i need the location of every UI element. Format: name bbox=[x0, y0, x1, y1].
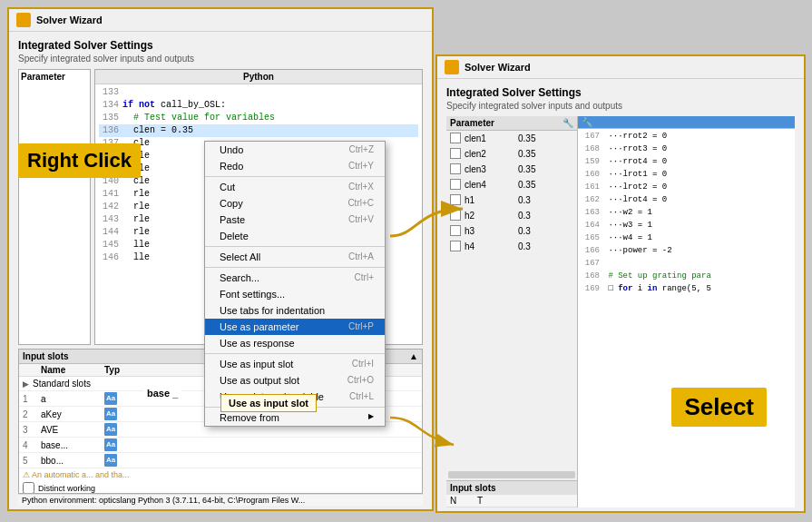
type-icon-aa3: Aa bbox=[104, 423, 117, 436]
r-code-161: 161 ···lrot2 = 0 bbox=[580, 181, 793, 193]
slot-row-4[interactable]: 4 base... Aa bbox=[19, 438, 422, 453]
r-code-160: 160 ···lrot1 = 0 bbox=[580, 168, 793, 181]
r-code-159: 159 ···rrot4 = 0 bbox=[580, 155, 793, 168]
right-parameter-panel: Parameter 🔧 clen1 0.35 clen2 0.35 bbox=[446, 116, 578, 507]
slot-row-5[interactable]: 5 bbo... Aa bbox=[19, 453, 422, 468]
right-param-list: clen1 0.35 clen2 0.35 clen3 0.35 bbox=[446, 131, 577, 471]
left-section-title: Integrated Solver Settings bbox=[18, 39, 423, 52]
type-icon-aa2: Aa bbox=[104, 408, 117, 420]
left-titlebar: Solver Wizard bbox=[9, 9, 432, 32]
right-window-title: Solver Wizard bbox=[465, 62, 531, 73]
ctx-use-as-input-slot[interactable]: Use as input slotCtrl+I bbox=[205, 356, 385, 372]
ctx-select-all[interactable]: Select AllCtrl+A bbox=[205, 249, 385, 265]
r-code-168: 168 ···rrot3 = 0 bbox=[580, 143, 793, 155]
right-code-header: 🔧 bbox=[578, 116, 795, 129]
ctx-delete[interactable]: Delete bbox=[205, 228, 385, 244]
param-clen4-checkbox[interactable] bbox=[450, 179, 461, 190]
right-solver-icon bbox=[445, 60, 459, 74]
ctx-sep2 bbox=[205, 246, 385, 247]
r-code-162: 162 ···lrot4 = 0 bbox=[580, 193, 793, 206]
param-h2[interactable]: h2 0.3 bbox=[446, 208, 577, 223]
warning-text: ⚠ An automatic a... and tha... bbox=[23, 470, 130, 479]
right-section-title: Integrated Solver Settings bbox=[446, 86, 795, 99]
context-menu[interactable]: UndoCtrl+Z RedoCtrl+Y CutCtrl+X CopyCtrl… bbox=[204, 141, 386, 427]
ctx-paste[interactable]: PasteCtrl+V bbox=[205, 212, 385, 228]
right-section-subtitle: Specify integrated solver inputs and out… bbox=[446, 101, 795, 111]
right-solver-wizard-window: Solver Wizard Integrated Solver Settings… bbox=[435, 54, 806, 513]
python-env-text: Python environment: opticslang Python 3 … bbox=[22, 496, 305, 505]
input-slots-expand-icon[interactable]: ▲ bbox=[409, 351, 418, 361]
param-h3[interactable]: h3 0.3 bbox=[446, 223, 577, 239]
right-input-slots-cols: N T bbox=[446, 495, 577, 507]
standard-slots-label: Standard slots bbox=[33, 379, 91, 389]
ctx-use-as-output-slot[interactable]: Use as output slotCtrl+O bbox=[205, 372, 385, 389]
solver-wizard-icon bbox=[16, 13, 31, 27]
param-clen1-checkbox[interactable] bbox=[450, 133, 461, 143]
ctx-use-tabs[interactable]: Use tabs for indentation bbox=[205, 302, 385, 319]
right-code-panel: 🔧 167 ···rrot2 = 0 168 ···rrot3 = 0 159 … bbox=[578, 116, 795, 507]
distinct-checkbox[interactable] bbox=[23, 482, 34, 494]
r-code-164: 164 ···w3 = 1 bbox=[580, 219, 793, 231]
ctx-redo[interactable]: RedoCtrl+Y bbox=[205, 158, 385, 174]
ctx-copy[interactable]: CopyCtrl+C bbox=[205, 195, 385, 212]
param-h3-checkbox[interactable] bbox=[450, 225, 461, 236]
r-code-163: 163 ···w2 = 1 bbox=[580, 206, 793, 219]
param-clen2-checkbox[interactable] bbox=[450, 148, 461, 159]
code-line-136: 136 clen = 0.35 bbox=[99, 124, 418, 137]
left-section-subtitle: Specify integrated solver inputs and out… bbox=[18, 54, 423, 64]
right-input-slots-header: Input slots bbox=[446, 480, 577, 495]
right-titlebar: Solver Wizard bbox=[437, 56, 804, 79]
python-env-row: Python environment: opticslang Python 3 … bbox=[18, 494, 423, 506]
param-h2-checkbox[interactable] bbox=[450, 210, 461, 221]
ctx-sep1 bbox=[205, 176, 385, 177]
ctx-copy-label: Copy bbox=[220, 198, 243, 209]
ctx-use-as-response[interactable]: Use as response bbox=[205, 335, 385, 351]
r-code-167a: 167 ···rrot2 = 0 bbox=[580, 130, 793, 143]
param-panel-header: Parameter bbox=[21, 72, 88, 82]
r-code-167b: 167 bbox=[580, 257, 793, 270]
python-panel-header: Python bbox=[95, 70, 422, 84]
type-icon-aa4: Aa bbox=[104, 438, 117, 451]
param-h4[interactable]: h4 0.3 bbox=[446, 239, 577, 254]
right-code-body[interactable]: 167 ···rrot2 = 0 168 ···rrot3 = 0 159 ··… bbox=[578, 129, 795, 507]
code-line-133: 133 bbox=[99, 86, 418, 99]
r-code-166: 166 ···power = -2 bbox=[580, 244, 793, 257]
left-window-title: Solver Wizard bbox=[36, 15, 103, 25]
ctx-font-settings[interactable]: Font settings... bbox=[205, 286, 385, 302]
warning-row: ⚠ An automatic a... and tha... bbox=[19, 468, 422, 481]
use-as-input-tooltip: Use as input slot bbox=[220, 394, 317, 412]
right-param-header: Parameter 🔧 bbox=[446, 116, 577, 131]
code-line-134: 134 if not call_by_OSL: bbox=[99, 99, 418, 112]
param-scrollbar[interactable] bbox=[448, 471, 575, 478]
param-clen2[interactable]: clen2 0.35 bbox=[446, 146, 577, 162]
right-click-label: Right Click bbox=[18, 143, 141, 178]
param-clen1[interactable]: clen1 0.35 bbox=[446, 131, 577, 146]
input-slots-label: Input slots bbox=[23, 351, 69, 361]
right-param-header-label: Parameter bbox=[450, 118, 494, 128]
select-label: Select bbox=[671, 388, 767, 427]
r-code-165: 165 ···w4 = 1 bbox=[580, 231, 793, 244]
ctx-sep3 bbox=[205, 267, 385, 268]
code-line-135: 135 # Test value for variables bbox=[99, 112, 418, 124]
distinct-label: Distinct working bbox=[38, 484, 95, 493]
param-h1[interactable]: h1 0.3 bbox=[446, 192, 577, 208]
type-icon-aa5: Aa bbox=[104, 454, 117, 467]
distinct-row: Distinct working bbox=[19, 481, 422, 494]
r-code-168b: 168 # Set up grating para bbox=[580, 270, 793, 282]
type-icon-aa: Aa bbox=[104, 392, 117, 405]
ctx-undo[interactable]: UndoCtrl+Z bbox=[205, 142, 385, 158]
right-param-icon: 🔧 bbox=[563, 118, 573, 128]
param-clen3[interactable]: clen3 0.35 bbox=[446, 162, 577, 177]
r-code-169: 169 □ for i in range(5, 5 bbox=[580, 282, 793, 295]
param-clen3-checkbox[interactable] bbox=[450, 163, 461, 174]
parameter-panel: Parameter bbox=[18, 69, 91, 345]
ctx-sep4 bbox=[205, 353, 385, 354]
ctx-cut[interactable]: CutCtrl+X bbox=[205, 179, 385, 195]
base-label: base _ bbox=[143, 386, 181, 400]
param-h4-checkbox[interactable] bbox=[450, 241, 461, 251]
ctx-search[interactable]: Search...Ctrl+ bbox=[205, 270, 385, 286]
expand-arrow-icon: ▶ bbox=[23, 379, 29, 389]
ctx-use-as-parameter[interactable]: Use as parameterCtrl+P bbox=[205, 319, 385, 335]
param-clen4[interactable]: clen4 0.35 bbox=[446, 177, 577, 192]
param-h1-checkbox[interactable] bbox=[450, 194, 461, 205]
